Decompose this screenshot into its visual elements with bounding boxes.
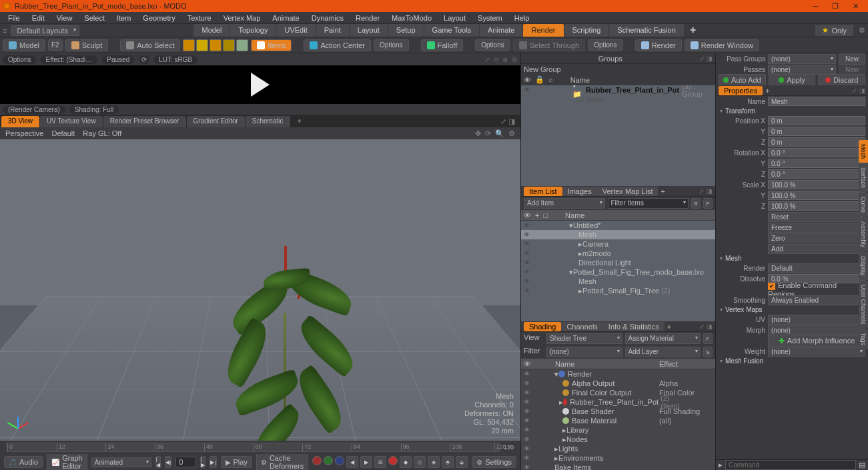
- shading-expand-icon[interactable]: ⤢ ◨: [699, 323, 713, 330]
- shader-row[interactable]: 👁▾Render: [521, 369, 715, 379]
- group-item-name[interactable]: Rubber_Tree_Plant_in_Pot: [586, 86, 679, 94]
- tab-animate[interactable]: Animate: [480, 24, 522, 37]
- menu-geometry[interactable]: Geometry: [137, 13, 180, 23]
- vp-orientation-gizmo[interactable]: [9, 149, 29, 169]
- assignmat-dropdown[interactable]: Assign Material: [625, 333, 701, 344]
- options2-button[interactable]: Options: [475, 39, 510, 51]
- weight-dropdown[interactable]: (none): [768, 347, 865, 357]
- tab-scripting[interactable]: Scripting: [564, 24, 609, 37]
- falloff-button[interactable]: Falloff: [421, 39, 464, 51]
- animated-dropdown[interactable]: Animated: [91, 457, 151, 467]
- items-mode-button[interactable]: Items: [251, 39, 292, 51]
- posz-field[interactable]: 0 m: [768, 137, 865, 147]
- vp-expand-icon[interactable]: ⤢ ◨: [496, 116, 519, 127]
- menu-maxtomodo[interactable]: MaxToModo: [386, 13, 437, 23]
- vtab-tags[interactable]: Tags: [859, 329, 868, 349]
- tab-setup[interactable]: Setup: [388, 24, 424, 37]
- key-blue-icon[interactable]: [335, 456, 344, 465]
- vp-raygl[interactable]: Ray GL: Off: [83, 129, 121, 137]
- menu-render[interactable]: Render: [350, 13, 385, 23]
- render-preview[interactable]: [0, 65, 520, 104]
- item-row[interactable]: 👁 Mesh: [521, 230, 715, 239]
- morph-dropdown[interactable]: (none): [768, 325, 865, 335]
- rp-refresh-icon[interactable]: ⟳: [139, 55, 149, 64]
- channels-tab[interactable]: Channels: [561, 322, 602, 331]
- vmaps-section[interactable]: Vertex Maps: [716, 305, 868, 314]
- menu-file[interactable]: File: [3, 13, 25, 23]
- properties-expand-icon[interactable]: ⤢ ◨: [852, 87, 865, 94]
- tab-topology[interactable]: Topology: [230, 24, 276, 37]
- record-icon[interactable]: [388, 456, 398, 465]
- infostats-tab[interactable]: Info & Statistics: [603, 322, 665, 331]
- menu-animate[interactable]: Animate: [267, 13, 304, 23]
- filteritems-input[interactable]: Filter Items: [608, 198, 689, 209]
- shader-row[interactable]: 👁▸Nodes: [521, 435, 715, 444]
- vp-nav-icons[interactable]: ✥ ⟳ 🔍 ⚙: [475, 129, 515, 138]
- tab-render[interactable]: Render: [523, 24, 563, 37]
- vp-perspective[interactable]: Perspective: [5, 129, 43, 137]
- audio-button[interactable]: 🎵 Audio: [4, 456, 43, 468]
- menu-help[interactable]: Help: [509, 13, 535, 23]
- item-row[interactable]: 👁▾ Untitled*: [521, 221, 715, 230]
- command-input[interactable]: [725, 460, 856, 470]
- poly-mode-icon[interactable]: [209, 39, 222, 51]
- rotz-field[interactable]: 0.0 °: [768, 169, 865, 179]
- xform-freeze[interactable]: Freeze: [768, 223, 865, 233]
- shader-row[interactable]: 👁Final Color OutputFinal Color: [521, 388, 715, 397]
- itemlist-expand-icon[interactable]: ⤢ ◨: [699, 188, 713, 195]
- groups-sel-icon[interactable]: ○: [548, 76, 553, 84]
- itemlist-add-tab[interactable]: +: [661, 187, 665, 195]
- key-red-icon[interactable]: [312, 456, 322, 465]
- tab-layout[interactable]: Layout: [350, 24, 388, 37]
- key-a-icon[interactable]: ◆: [400, 456, 412, 468]
- tab-uvedit[interactable]: UVEdit: [276, 24, 315, 37]
- sclx-field[interactable]: 100.0 %: [768, 180, 865, 189]
- options3-button[interactable]: Options: [588, 39, 622, 51]
- shadertree-dropdown[interactable]: Shader Tree: [546, 333, 622, 344]
- mesh-section[interactable]: Mesh: [716, 254, 868, 263]
- key-next-icon[interactable]: ▶: [360, 456, 372, 468]
- vp-tab-preset[interactable]: Render Preset Browser: [103, 116, 186, 127]
- vtab-userch[interactable]: User Channels: [859, 281, 868, 329]
- actioncenter-button[interactable]: Action Center: [304, 39, 371, 51]
- shader-row[interactable]: 👁▸Environments: [521, 453, 715, 463]
- menu-texture[interactable]: Texture: [182, 13, 217, 23]
- settings-gear-icon[interactable]: ⚙: [859, 26, 865, 35]
- shading-add-tab[interactable]: +: [667, 323, 671, 331]
- menu-view[interactable]: View: [51, 13, 78, 23]
- ecr-checkbox[interactable]: ✔: [768, 283, 775, 290]
- render-button[interactable]: Render: [635, 39, 682, 51]
- name-field[interactable]: Mesh: [768, 97, 865, 106]
- groups-vis-icon[interactable]: 👁: [524, 76, 531, 84]
- passes-new-button[interactable]: New: [839, 64, 865, 75]
- render-dropdown[interactable]: Default: [768, 263, 865, 273]
- rp-nav-icons[interactable]: ⤢ ⟳ ⊕ ⚙: [484, 56, 518, 63]
- menu-dynamics[interactable]: Dynamics: [306, 13, 349, 23]
- rp-paused[interactable]: Paused: [101, 55, 135, 64]
- sh-vis-icon[interactable]: 👁: [524, 360, 531, 368]
- vtab-curve[interactable]: Curve: [859, 193, 868, 217]
- groups-expand-icon[interactable]: ⤢ ◨: [699, 55, 713, 62]
- shader-row[interactable]: 👁Bake Items: [521, 463, 715, 470]
- posx-field[interactable]: 0 m: [768, 116, 865, 125]
- shading-s-button[interactable]: S: [703, 347, 713, 357]
- vtab-display[interactable]: Display: [859, 252, 868, 280]
- item-row[interactable]: 👁 Directional Light: [521, 258, 715, 267]
- il-add-icon[interactable]: +: [535, 211, 539, 219]
- item-row[interactable]: 👁▸ m2modo: [521, 249, 715, 258]
- meshfusion-section[interactable]: Mesh Fusion: [716, 357, 868, 365]
- only-button[interactable]: ★Only: [815, 25, 853, 36]
- shader-row[interactable]: 👁▸Library: [521, 425, 715, 435]
- menu-vertexmap[interactable]: Vertex Map: [218, 13, 266, 23]
- uv-dropdown[interactable]: (none): [768, 315, 865, 325]
- shading-tab[interactable]: Shading: [524, 322, 561, 331]
- f2-button[interactable]: F2: [48, 39, 63, 51]
- rp-options[interactable]: Options: [3, 55, 36, 64]
- images-tab[interactable]: Images: [562, 187, 597, 196]
- vtab-surface[interactable]: Surface: [859, 163, 868, 192]
- itemlist-tree[interactable]: 👁▾ Untitled*👁 Mesh👁▸ Camera👁▸ m2modo👁 Di…: [521, 221, 715, 321]
- model-mode-button[interactable]: Model: [3, 39, 45, 51]
- filter-s-button[interactable]: S: [691, 198, 701, 209]
- minimize-button[interactable]: ─: [805, 0, 825, 12]
- tab-add[interactable]: ✚: [685, 24, 701, 37]
